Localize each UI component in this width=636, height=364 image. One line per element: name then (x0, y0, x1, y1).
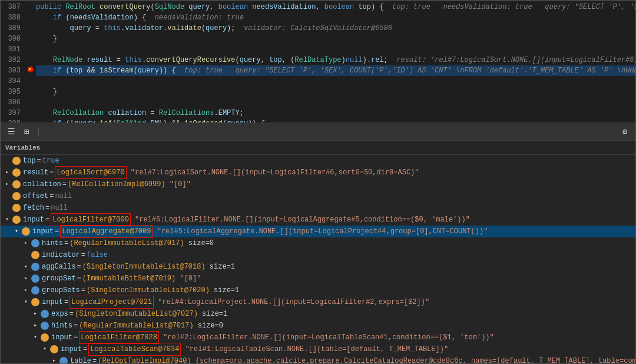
variables-content[interactable]: top=true result= LogicalSort@6970 "rel#7… (1, 155, 635, 363)
var-hints[interactable]: hints= (RegularImmutableList@7017) size=… (1, 237, 635, 249)
code-line-390: } (36, 34, 635, 44)
debugger-section: ☰ ⊞ ⚙ Variables top=true result= (1, 123, 635, 363)
code-line-393: if (top && isStream(query)) { top: true … (36, 65, 635, 76)
code-line-387: public RelRoot convertQuery(SqlNode quer… (36, 2, 635, 12)
var-input-lf7000[interactable]: input= LogicalFilter@7000 "rel#6:Logical… (1, 214, 635, 226)
var-collation[interactable]: collation= (RelCollationImpl@6999) "[0]" (1, 178, 635, 190)
var-fetch[interactable]: fetch=null (1, 202, 635, 214)
code-line-396 (36, 97, 635, 108)
code-line-388: if (needsValidation) { needsValidation: … (36, 12, 635, 23)
var-groupset[interactable]: groupSet= (ImmutableBitSet@7019) "[0]" (1, 273, 635, 284)
debugger-toolbar: ☰ ⊞ ⚙ (1, 123, 635, 141)
line-numbers: 387 388 389 390 391 392 393 394 395 396 … (1, 1, 25, 123)
var-input-lts7034[interactable]: input= LogicalTableScan@7034 "rel#1:Logi… (1, 343, 635, 355)
code-line-389: query = this.validator.validate(query); … (36, 23, 635, 34)
settings-right: ⚙ (619, 126, 631, 138)
var-exps[interactable]: exps= (SingletonImmutableList@7027) size… (1, 308, 635, 320)
var-top[interactable]: top=true (1, 155, 635, 167)
code-editor: 387 388 389 390 391 392 393 394 395 396 … (1, 1, 635, 123)
code-line-394 (36, 76, 635, 87)
app-container: 387 388 389 390 391 392 393 394 395 396 … (0, 0, 636, 364)
var-indicator[interactable]: indicator=false (1, 249, 635, 261)
var-aggcalls[interactable]: aggCalls= (SingletonImmutableList@7018) … (1, 261, 635, 273)
var-hints2[interactable]: hints= (RegularImmutableList@7017) size=… (1, 320, 635, 332)
variables-header: Variables (1, 141, 635, 155)
code-line-392: RelNode result = this.convertQueryRecurs… (36, 55, 635, 65)
code-line-397: RelCollation collation = RelCollations.E… (36, 108, 635, 118)
breakpoint-gutter: ➤ (25, 1, 36, 123)
settings-icon[interactable]: ⚙ (619, 126, 631, 138)
code-line-391 (36, 44, 635, 55)
var-input-lp7021[interactable]: input= LogicalProject@7021 "rel#4:Logica… (1, 296, 635, 308)
var-table[interactable]: table= (RelOptTableImpl@7040) {schema=or… (1, 355, 635, 363)
toolbar-separator (38, 127, 39, 137)
grid-view-icon[interactable]: ⊞ (21, 126, 32, 138)
variables-label: Variables (5, 144, 40, 151)
var-groupsets[interactable]: groupSets= (SingletonImmutableList@7020)… (1, 284, 635, 296)
code-line-395: } (36, 87, 635, 97)
var-offset[interactable]: offset=null (1, 190, 635, 202)
var-result[interactable]: result= LogicalSort@6970 "rel#7:LogicalS… (1, 167, 635, 178)
list-view-icon[interactable]: ☰ (5, 126, 17, 138)
var-input-lf7028[interactable]: input= LogicalFilter@7028 "rel#2:Logical… (1, 332, 635, 343)
var-input-la7009[interactable]: input= LogicalAggregate@7009 "rel#5:Logi… (1, 226, 635, 237)
code-line-398: if (!query.isA(SqlKind.DML) && isOrdered… (36, 118, 635, 123)
code-content: public RelRoot convertQuery(SqlNode quer… (36, 1, 635, 123)
